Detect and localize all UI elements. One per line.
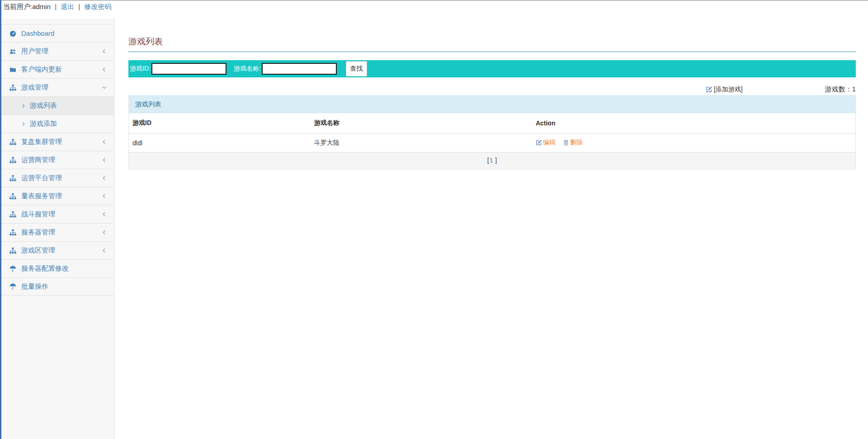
edit-link[interactable]: 编辑 [536, 138, 556, 147]
sidebar-item-user-management[interactable]: 用户管理 [1, 42, 114, 60]
logout-link[interactable]: 退出 [61, 3, 74, 10]
cell-actions: 编辑 删除 [532, 134, 855, 153]
game-name-input[interactable] [262, 63, 337, 75]
sitemap-icon [9, 193, 17, 200]
edit-icon [536, 139, 542, 146]
sitemap-icon [9, 211, 17, 218]
chevron-left-icon [101, 229, 107, 235]
chevron-left-icon [101, 157, 107, 163]
sidebar-item-label: 游戏列表 [30, 101, 57, 110]
chevron-left-icon [101, 248, 107, 253]
left-accent-bar [0, 0, 1, 439]
search-button[interactable]: 查找 [346, 61, 367, 76]
sidebar-item-label: 运营商管理 [21, 156, 55, 164]
col-header-action: Action [532, 113, 855, 134]
sitemap-icon [9, 247, 17, 254]
chevron-left-icon [101, 67, 107, 72]
chevron-left-icon [101, 48, 107, 54]
dashboard-icon [9, 30, 17, 37]
sidebar-item-operator-management[interactable]: 运营商管理 [1, 151, 114, 169]
page-link[interactable]: 1 [490, 157, 493, 164]
sidebar-item-game-zone-management[interactable]: 游戏区管理 [1, 241, 114, 259]
pencil-square-icon [706, 86, 712, 93]
chevron-left-icon [101, 211, 107, 217]
chevron-left-icon [101, 193, 107, 199]
col-header-game-id: 游戏ID [129, 113, 311, 134]
chevron-down-icon [101, 85, 107, 91]
sidebar-item-label: Dashboard [21, 29, 54, 37]
sidebar-item-scale-service-management[interactable]: 量表服务管理 [1, 187, 114, 205]
sidebar-item-dashboard[interactable]: Dashboard [1, 24, 114, 42]
sidebar-item-label: 批量操作 [21, 282, 48, 291]
sitemap-icon [9, 229, 17, 236]
separator: | [78, 3, 80, 10]
sidebar-item-label: 量表服务管理 [21, 192, 62, 200]
game-id-label: 游戏ID: [130, 65, 151, 73]
sidebar-item-game-add[interactable]: 游戏添加 [1, 115, 114, 133]
page-title: 游戏列表 [128, 36, 856, 52]
sidebar-item-label: 客户端内更新 [21, 65, 62, 74]
sidebar-item-game-management[interactable]: 游戏管理 [1, 78, 114, 96]
panel-title: 游戏列表 [129, 95, 855, 113]
sidebar-item-label: 用户管理 [21, 47, 48, 56]
sitemap-icon [9, 175, 17, 182]
add-game-label: [添加游戏] [714, 86, 743, 94]
sitemap-icon [9, 84, 17, 91]
game-list-panel: 游戏列表 游戏ID 游戏名称 Action dldl 斗罗大陆 编辑 [128, 95, 856, 169]
sidebar-item-batch-operation[interactable]: 批量操作 [1, 277, 114, 296]
main-content: 游戏列表 游戏ID: 游戏名称: 查找 [添加游戏] 游戏数：1 游戏列表 游戏… [115, 36, 868, 169]
search-bar: 游戏ID: 游戏名称: 查找 [128, 60, 856, 77]
cell-game-name: 斗罗大陆 [311, 134, 532, 153]
sidebar-item-label: 游戏区管理 [21, 246, 55, 255]
sidebar-item-label: 游戏添加 [30, 119, 57, 128]
sitemap-icon [9, 157, 17, 164]
sidebar-item-replay-cluster-management[interactable]: 复盘集群管理 [1, 133, 114, 151]
cell-game-id: dldl [129, 134, 311, 153]
sidebar-item-label: 游戏管理 [21, 83, 48, 92]
sidebar-item-label: 复盘集群管理 [21, 138, 62, 146]
users-icon [9, 48, 17, 55]
sidebar-item-label: 运营平台管理 [21, 174, 62, 182]
sidebar-item-client-update[interactable]: 客户端内更新 [1, 60, 114, 78]
sidebar-item-game-list[interactable]: 游戏列表 [1, 96, 114, 115]
separator: | [55, 3, 57, 10]
umbrella-icon [9, 283, 17, 290]
change-password-link[interactable]: 修改密码 [85, 3, 112, 10]
delete-label: 删除 [570, 138, 583, 147]
chevron-left-icon [101, 175, 107, 181]
sidebar-item-label: 战斗服管理 [21, 210, 55, 219]
sidebar: Dashboard 用户管理 客户端内更新 游戏管理 游戏列表 游戏添加 复盘集… [1, 19, 114, 439]
chevron-left-icon [101, 139, 107, 145]
edit-label: 编辑 [543, 138, 556, 147]
delete-link[interactable]: 删除 [563, 138, 583, 147]
pagination: [1 ] [129, 153, 855, 169]
table-row: dldl 斗罗大陆 编辑 删除 [129, 134, 855, 153]
col-header-game-name: 游戏名称 [311, 113, 532, 134]
table-header-row: 游戏ID 游戏名称 Action [129, 113, 855, 134]
game-id-input[interactable] [151, 63, 226, 75]
pagination-bracket: ] [493, 157, 497, 164]
sidebar-item-server-config-modify[interactable]: 服务器配置修改 [1, 259, 114, 277]
chevron-right-icon [21, 121, 26, 127]
current-user-label: 当前用户:admin [3, 3, 51, 10]
folder-icon [9, 66, 17, 73]
chevron-right-icon [21, 103, 26, 109]
sidebar-item-server-management[interactable]: 服务器管理 [1, 223, 114, 241]
game-count: 游戏数：1 [825, 85, 856, 94]
topbar: 当前用户:admin | 退出 | 修改密码 [0, 0, 868, 19]
game-name-label: 游戏名称: [234, 65, 261, 73]
pagination-bracket: [ [487, 157, 489, 164]
sidebar-item-label: 服务器配置修改 [21, 264, 69, 273]
game-table: 游戏ID 游戏名称 Action dldl 斗罗大陆 编辑 删除 [129, 113, 855, 153]
toolbar-row: [添加游戏] 游戏数：1 [128, 85, 856, 94]
sidebar-item-label: 服务器管理 [21, 228, 55, 237]
umbrella-icon [9, 265, 17, 272]
sitemap-icon [9, 138, 17, 146]
sidebar-item-battle-server-management[interactable]: 战斗服管理 [1, 205, 114, 223]
add-game-link[interactable]: [添加游戏] [706, 86, 743, 94]
sidebar-item-operation-platform-management[interactable]: 运营平台管理 [1, 169, 114, 187]
trash-icon [563, 139, 569, 146]
